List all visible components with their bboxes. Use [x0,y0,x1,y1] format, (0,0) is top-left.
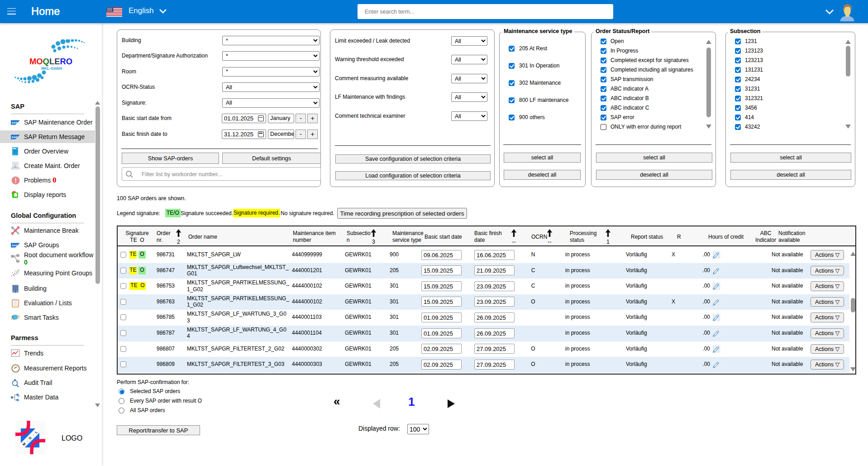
svg-text:MKL-GmbH: MKL-GmbH [41,66,62,71]
svg-text:SAP: SAP [11,135,17,138]
svg-text:SAP: SAP [11,120,17,124]
svg-text:MOQLERO: MOQLERO [29,57,72,66]
svg-text:SAP: SAP [11,243,17,246]
